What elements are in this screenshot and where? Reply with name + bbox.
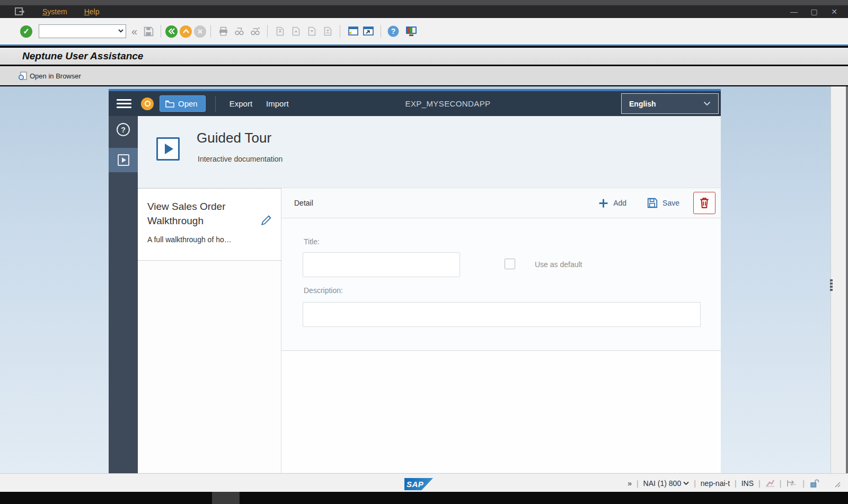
unlocked-icon[interactable] (809, 479, 820, 488)
add-button[interactable]: Add (598, 198, 626, 209)
svg-text:?: ? (391, 27, 396, 36)
detail-title: Detail (294, 199, 313, 207)
open-in-browser-icon (18, 71, 28, 81)
status-separator: | (694, 479, 696, 488)
sap-standard-toolbar: ✓ « (0, 18, 848, 45)
open-in-browser-button[interactable]: Open in Browser (18, 71, 81, 81)
taskbar-segment (212, 492, 240, 504)
system-info[interactable]: NAI (1) 800 (643, 479, 690, 488)
status-separator: | (780, 479, 782, 488)
play-icon (156, 137, 180, 161)
import-button[interactable]: Import (266, 99, 289, 108)
toolbar-separator (210, 25, 211, 38)
guided-tour-icon (118, 154, 129, 166)
status-overflow-icon[interactable]: » (628, 479, 632, 488)
save-button[interactable]: Save (647, 197, 679, 209)
find-icon[interactable] (232, 24, 246, 38)
tour-list-panel: View Sales Order Walkthrough A full walk… (138, 188, 281, 473)
chevron-down-icon[interactable] (683, 481, 689, 485)
hero-title: Guided Tour (197, 130, 271, 146)
save-button-label: Save (662, 199, 679, 207)
description-label: Description: (304, 286, 343, 295)
command-input[interactable] (39, 24, 126, 38)
menu-item-help[interactable]: Help (84, 7, 100, 16)
delete-button[interactable] (693, 192, 716, 214)
resize-grip-icon[interactable] (832, 479, 841, 488)
app-main: Guided Tour Interactive documentation Vi… (138, 116, 721, 473)
rail-help-icon[interactable]: ? (117, 123, 130, 136)
use-as-default-checkbox[interactable] (505, 259, 515, 269)
edit-pencil-icon[interactable] (260, 214, 272, 227)
description-field[interactable] (303, 302, 701, 327)
toolbar-divider (0, 45, 848, 46)
taskbar-strip (0, 492, 848, 504)
back-icon[interactable] (165, 25, 178, 38)
toolbar-separator (267, 25, 268, 38)
sap-logo: SAP (404, 478, 433, 490)
status-bar: SAP » | NAI (1) 800 | nep-nai-t | INS | … (0, 473, 848, 492)
add-button-label: Add (613, 199, 626, 207)
system-info-label: NAI (1) 800 (643, 479, 682, 488)
help-icon[interactable]: ? (386, 24, 400, 38)
menu-hamburger-icon[interactable] (117, 99, 131, 108)
find-next-icon[interactable] (248, 24, 262, 38)
next-page-icon[interactable] (305, 24, 319, 38)
first-page-icon[interactable] (273, 24, 287, 38)
tour-description: A full walkthrough of ho… (147, 235, 271, 244)
neptune-app: Open Export Import EXP_MYSECONDAPP Engli… (109, 89, 721, 473)
splitter-grip-icon[interactable] (830, 279, 833, 291)
cancel-icon[interactable] (194, 25, 206, 38)
interaction-time-icon[interactable] (786, 479, 798, 488)
export-button[interactable]: Export (229, 99, 252, 108)
hero-subtitle: Interactive documentation (198, 155, 282, 163)
folder-icon (165, 100, 174, 108)
exit-icon[interactable] (180, 25, 192, 38)
rail-item-guided-tour[interactable] (109, 148, 138, 172)
app-body: ? Guided Tour Interactive documentation (109, 116, 721, 473)
open-button-label: Open (178, 99, 198, 108)
previous-page-icon[interactable] (289, 24, 303, 38)
performance-icon[interactable] (765, 479, 775, 488)
gui-settings-icon[interactable] (404, 24, 418, 38)
save-floppy-icon (647, 197, 658, 209)
detail-panel: Detail Add (281, 188, 721, 473)
page-title: Neptune User Assistance (22, 50, 143, 62)
detail-toolbar: Detail Add (281, 188, 721, 218)
insert-mode-label[interactable]: INS (741, 479, 754, 488)
sap-session-icon (15, 7, 25, 16)
combo-chevron-down-icon[interactable] (118, 29, 123, 33)
status-separator: | (802, 479, 805, 488)
open-button[interactable]: Open (160, 95, 206, 112)
save-icon[interactable] (142, 24, 155, 38)
hero-section: Guided Tour Interactive documentation (138, 116, 721, 188)
collapse-toolbar-icon[interactable]: « (131, 26, 137, 37)
status-right-group: » | NAI (1) 800 | nep-nai-t | INS | | (628, 474, 841, 492)
list-item[interactable]: View Sales Order Walkthrough A full walk… (138, 188, 281, 261)
menu-item-system[interactable]: System (42, 7, 67, 16)
menu-bar: System Help — ▢ ✕ (0, 5, 848, 18)
chevron-down-icon (703, 101, 711, 106)
print-icon[interactable] (216, 24, 230, 38)
language-dropdown[interactable]: English (621, 93, 719, 114)
minimize-button[interactable]: — (790, 7, 798, 16)
server-label: nep-nai-t (701, 479, 730, 488)
record-status-icon[interactable] (141, 98, 154, 110)
title-field[interactable] (303, 252, 460, 277)
title-label: Title: (304, 237, 320, 246)
gui-content-area: Open Export Import EXP_MYSECONDAPP Engli… (0, 86, 848, 473)
header-separator (215, 96, 216, 112)
last-page-icon[interactable] (321, 24, 334, 38)
sap-gui-window: System Help — ▢ ✕ ✓ « (0, 0, 848, 504)
enter-check-icon[interactable]: ✓ (20, 25, 32, 38)
transaction-titlebar: Neptune User Assistance (0, 48, 848, 65)
use-as-default-label: Use as default (535, 260, 582, 269)
create-shortcut-icon[interactable] (361, 24, 375, 38)
app-header: Open Export Import EXP_MYSECONDAPP Engli… (109, 91, 721, 116)
right-splitter[interactable] (831, 86, 848, 473)
open-in-browser-label: Open in Browser (30, 72, 81, 80)
window-titlebar (0, 0, 848, 5)
new-session-icon[interactable] (346, 24, 359, 38)
maximize-button[interactable]: ▢ (810, 7, 818, 16)
detail-actions: Add Save (598, 192, 721, 214)
close-button[interactable]: ✕ (830, 7, 838, 16)
